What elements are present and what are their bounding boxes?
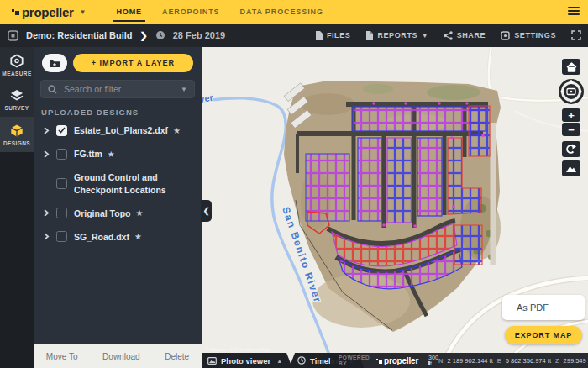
panel-collapse-handle[interactable]: ❮ (201, 200, 212, 222)
expand-chevron-icon[interactable] (43, 127, 50, 134)
export-format-select[interactable]: As PDF (502, 295, 585, 320)
rail-item-designs[interactable]: DESIGNS (0, 117, 34, 152)
delete-button[interactable]: Delete (165, 352, 189, 361)
settings-label: SETTINGS (514, 31, 556, 39)
top-navigation-bar: propeller ▼ HOME AEROPOINTS DATA PROCESS… (0, 0, 588, 24)
layer-checkbox[interactable] (56, 125, 67, 136)
expand-chevron-icon[interactable] (43, 233, 50, 240)
propeller-logo[interactable]: propeller ▼ (12, 0, 86, 24)
photo-viewer-label: Photo viewer (221, 356, 270, 365)
rail-label: DESIGNS (3, 140, 30, 146)
star-icon[interactable]: ★ (134, 232, 142, 241)
layer-checkbox[interactable] (56, 208, 67, 218)
chevron-down-icon: ▼ (422, 33, 428, 39)
nav-data-processing[interactable]: DATA PROCESSING (230, 0, 333, 24)
layer-search[interactable]: ▼ (40, 80, 195, 98)
rail-item-survey[interactable]: SURVEY (0, 82, 34, 117)
star-icon[interactable]: ★ (135, 208, 143, 218)
cursor-coordinates: N2 189 902.144 ft E5 862 356.974 ft Z299… (438, 357, 588, 365)
zoom-out-button[interactable]: − (562, 123, 580, 136)
rail-item-measure[interactable]: MEASURE (0, 47, 34, 82)
share-button[interactable]: SHARE (444, 31, 486, 40)
rotate-reset-icon (565, 144, 577, 155)
reports-label: REPORTS (377, 31, 417, 39)
propeller-logo-icon (12, 7, 20, 17)
mountain-icon (565, 164, 577, 173)
file-icon (315, 31, 323, 40)
design-row-estate-lot-plans[interactable]: Estate_Lot_Plans2.dxf ★ (34, 118, 202, 142)
nav-aeropoints[interactable]: AEROPOINTS (152, 0, 230, 24)
search-icon (48, 85, 57, 94)
basemap-button[interactable] (562, 160, 580, 176)
rail-label: SURVEY (4, 105, 29, 111)
design-name: FG.ttm (74, 148, 102, 160)
zoom-control: + − (562, 108, 580, 136)
map-attribution: © Mapbox © OpenStreetMap (205, 347, 270, 352)
reset-rotation-button[interactable] (562, 141, 580, 157)
nav-home[interactable]: HOME (106, 0, 152, 24)
layer-checkbox[interactable] (56, 231, 67, 242)
settings-button[interactable]: SETTINGS (501, 31, 556, 40)
app-window: propeller ▼ HOME AEROPOINTS DATA PROCESS… (0, 0, 588, 368)
view-compass-control[interactable] (558, 78, 585, 105)
project-bar: Demo: Residential Build ❯ 28 Feb 2019 FI… (0, 24, 588, 47)
design-row-sg-road[interactable]: SG_Road.dxf ★ (34, 225, 202, 249)
move-to-button[interactable]: Move To (46, 352, 78, 361)
powered-by-label: POWERED BY (339, 355, 370, 366)
top-nav: HOME AEROPOINTS DATA PROCESSING (106, 0, 333, 24)
propeller-logo-text: propeller (22, 5, 73, 19)
export-format-value: As PDF (517, 302, 549, 313)
home-extent-button[interactable] (562, 59, 580, 75)
new-folder-button[interactable] (42, 54, 67, 72)
panel-footer: Move To Download Delete (34, 344, 202, 368)
design-name: SG_Road.dxf (74, 231, 129, 243)
star-icon[interactable]: ★ (173, 126, 181, 135)
design-name: Estate_Lot_Plans2.dxf (74, 124, 168, 136)
report-icon (365, 31, 373, 40)
measure-icon (9, 54, 24, 68)
star-icon[interactable]: ★ (108, 150, 115, 159)
timeline-clock-icon (297, 356, 306, 365)
chevron-up-icon: ▲ (276, 358, 282, 364)
export-controls: As PDF EXPORT MAP (502, 295, 585, 344)
map-status-bar: POWERED BY propeller 300 ft N2 189 902.1… (330, 353, 588, 368)
export-map-button[interactable]: EXPORT MAP (505, 326, 582, 344)
design-row-original-topo[interactable]: Original Topo ★ (34, 202, 202, 225)
photo-icon (207, 357, 217, 365)
layer-checkbox[interactable] (56, 178, 67, 189)
design-name: Original Topo (74, 208, 130, 219)
survey-date[interactable]: 28 Feb 2019 (173, 30, 225, 40)
designs-cube-icon (9, 124, 24, 138)
share-icon (444, 31, 453, 40)
chevron-down-icon[interactable]: ▼ (79, 8, 86, 16)
design-list: Estate_Lot_Plans2.dxf ★ FG.ttm ★ (34, 118, 202, 344)
import-layer-button[interactable]: + IMPORT A LAYER (73, 54, 193, 72)
rail-label: MEASURE (2, 71, 31, 76)
clock-icon (155, 30, 165, 40)
search-input[interactable] (62, 83, 176, 95)
menu-hamburger-icon[interactable] (568, 7, 580, 17)
expand-chevron-icon[interactable] (43, 150, 50, 158)
photo-viewer-tab[interactable]: Photo viewer ▲ (202, 353, 292, 368)
download-button[interactable]: Download (102, 352, 139, 361)
files-label: FILES (327, 31, 351, 39)
folder-add-icon (49, 59, 60, 68)
map-viewport[interactable]: River (202, 47, 588, 368)
tool-rail: MEASURE SURVEY DESIGNS (0, 47, 34, 368)
share-label: SHARE (457, 31, 486, 39)
reports-button[interactable]: REPORTS ▼ (365, 31, 428, 40)
design-row-ground-control[interactable]: Ground Control and Checkpoint Locations (34, 166, 202, 201)
expand-chevron-icon[interactable] (43, 209, 50, 217)
chevron-down-icon[interactable]: ▼ (181, 86, 187, 93)
project-title[interactable]: Demo: Residential Build (26, 30, 133, 40)
dashboard-icon[interactable] (8, 30, 18, 41)
breadcrumb-chevron-icon[interactable]: ❯ (140, 30, 148, 41)
files-button[interactable]: FILES (315, 31, 351, 40)
home-icon (566, 62, 577, 72)
layer-checkbox[interactable] (56, 149, 67, 160)
map-controls: + − (562, 59, 580, 176)
zoom-in-button[interactable]: + (562, 108, 580, 122)
fullscreen-icon[interactable] (571, 30, 581, 40)
design-row-fg-ttm[interactable]: FG.ttm ★ (34, 142, 202, 166)
gear-icon (501, 31, 510, 40)
